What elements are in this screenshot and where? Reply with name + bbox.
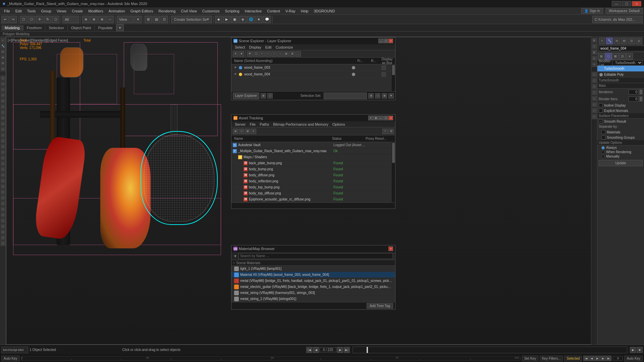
at-row-maps[interactable]: 📁 Maps / Shaders xyxy=(231,154,395,160)
menu-rendering[interactable]: Rendering xyxy=(156,8,178,14)
left-icon-display[interactable]: D xyxy=(0,60,6,66)
at-menu-bitmap[interactable]: Bitmap Performance and Memory xyxy=(271,122,330,127)
mirror-btn[interactable]: ↔ xyxy=(106,16,114,23)
tab-more[interactable]: ▾ xyxy=(116,24,124,32)
se-btn-layer[interactable]: ⬡ xyxy=(253,51,259,57)
bn-next[interactable]: ▶ xyxy=(600,356,606,361)
mp-object-name-input[interactable] xyxy=(599,46,644,51)
mp-materials-checkbox[interactable] xyxy=(601,130,605,134)
select-btn[interactable]: ⬡ xyxy=(20,16,27,23)
auto-key-right-btn[interactable]: Auto Key xyxy=(624,356,643,361)
environment-btn[interactable]: 🌐 xyxy=(247,16,255,23)
left-icon-22[interactable]: ⬡ xyxy=(0,195,6,200)
frame-range-display[interactable]: 0 / 225 xyxy=(320,347,336,352)
left-icon-14[interactable]: ⬡ xyxy=(0,149,6,155)
mb-row-metal-string[interactable]: metal_string (VRayMtl) [harmony001, stri… xyxy=(231,290,395,296)
at-row-img6[interactable]: 🖼 body_top_diffuse.png Found xyxy=(231,190,395,196)
tab-populate[interactable]: Populate xyxy=(95,25,116,31)
at-toolbar-btn4[interactable]: ≡ xyxy=(251,129,256,134)
bn-play[interactable]: ▶ xyxy=(595,356,600,361)
menu-scripting[interactable]: Scripting xyxy=(222,8,242,14)
left-icon-21[interactable]: ⬡ xyxy=(0,189,6,195)
at-toolbar-btn1[interactable]: ⊞ xyxy=(233,129,238,134)
mb-row-material0[interactable]: Material #0 (VRayMtl) [wood_frame_003, w… xyxy=(231,272,395,278)
se-row-wood003[interactable]: 👁 wood_frame_003 xyxy=(231,64,395,71)
at-menu-paths[interactable]: Paths xyxy=(258,122,271,127)
left-icon-24[interactable]: ⬡ xyxy=(0,206,6,212)
left-icon-23[interactable]: ⬡ xyxy=(0,201,6,206)
mp-mod-icon-3[interactable]: ⊠ xyxy=(612,53,619,60)
tab-modeling[interactable]: Modeling xyxy=(1,25,23,31)
se-menu-display[interactable]: Display xyxy=(247,45,263,50)
left-icon-25[interactable]: ⬡ xyxy=(0,212,6,218)
render-message-btn[interactable]: 💬 xyxy=(263,16,271,23)
left-icon-utilities[interactable]: U xyxy=(0,66,6,71)
mp-explicit-checkbox[interactable] xyxy=(599,109,603,113)
r-icon-8[interactable]: ⬡ xyxy=(592,84,597,89)
at-settings-btn[interactable]: ⚙ xyxy=(373,116,378,120)
undo-btn[interactable]: ↩ xyxy=(1,16,9,23)
mp-iterations-input[interactable] xyxy=(629,89,639,95)
menu-help[interactable]: Help xyxy=(298,8,311,14)
mb-add-time-tag-btn[interactable]: Add Time Tag xyxy=(367,303,393,309)
se-btn-expand[interactable]: ⊞ xyxy=(283,51,289,57)
mb-row-light1[interactable]: light_1 (VRayMtl) [lamp001] xyxy=(231,266,395,272)
viewport[interactable]: [+][Perspective][Standard][Edged Faces] … xyxy=(6,37,644,345)
frame-next-btn[interactable]: ▶ xyxy=(337,347,343,353)
mp-tab-utility[interactable]: U xyxy=(636,38,642,44)
key-filters-btn[interactable]: Key Filters... xyxy=(540,356,563,361)
set-key-btn[interactable]: Set Key xyxy=(522,356,538,361)
mp-tab-display[interactable]: D xyxy=(628,38,635,44)
se-btn-down[interactable]: ↓ xyxy=(277,51,283,57)
at-row-img2[interactable]: 🖼 body_bump.png Found xyxy=(231,166,395,172)
left-icon-8[interactable]: ⬡ xyxy=(0,115,6,121)
mp-renderiters-input[interactable] xyxy=(629,97,639,102)
at-scrollbar[interactable] xyxy=(392,142,395,202)
r-icon-4[interactable]: ⊡ xyxy=(592,56,597,61)
at-toolbar-settings[interactable]: ⚙ xyxy=(388,129,394,134)
at-row-img4[interactable]: 🖼 body_reflection.png Found xyxy=(231,178,395,184)
left-icon-26[interactable]: ⬡ xyxy=(0,218,6,223)
maximize-btn[interactable]: ☐ xyxy=(622,1,631,6)
mp-mod-icon-2[interactable]: ⬡ xyxy=(605,53,612,60)
frame-prev-btn[interactable]: ◀ xyxy=(313,347,319,353)
r-icon-2[interactable]: ⬡ xyxy=(592,44,597,49)
se-footer-btn1[interactable]: ⊞ xyxy=(261,93,266,99)
se-btn-more[interactable]: … xyxy=(296,51,301,57)
r-icon-12[interactable]: ⬡ xyxy=(592,108,597,113)
move-btn[interactable]: ✛ xyxy=(36,16,43,23)
left-icon-10[interactable]: ⬡ xyxy=(0,127,6,132)
left-icon-28[interactable]: ⬡ xyxy=(0,229,6,235)
workspaces-button[interactable]: Workspaces: Default xyxy=(606,8,643,14)
play-btn[interactable]: ▶ xyxy=(630,347,636,353)
bn-last[interactable]: ▶| xyxy=(606,356,611,361)
mp-when-rendering-radio[interactable] xyxy=(601,150,605,154)
render-frame-btn[interactable]: ▣ xyxy=(231,16,238,23)
mp-iter-down[interactable]: ▼ xyxy=(639,92,643,95)
r-icon-10[interactable]: ⬡ xyxy=(592,96,597,101)
mp-modifier-dropdown[interactable]: TurboSmooth Editable Poly xyxy=(612,60,643,66)
render-btn[interactable]: ▶ xyxy=(223,16,230,23)
se-btn-settings[interactable]: ⚙ xyxy=(289,51,295,57)
mb-search-input[interactable] xyxy=(238,253,393,259)
at-toolbar-btn3[interactable]: ⊠ xyxy=(245,129,250,134)
bn-prev[interactable]: ◀ xyxy=(589,356,594,361)
left-icon-11[interactable]: ⬡ xyxy=(0,132,6,138)
frame-number-display[interactable]: 0 xyxy=(613,356,623,361)
r-icon-1[interactable]: ⊞ xyxy=(592,38,597,43)
se-btn-filter[interactable]: ▼ xyxy=(239,51,244,57)
r-icon-5[interactable]: ≡ xyxy=(592,62,597,67)
material-browser-titlebar[interactable]: MB Material/Map Browser ✕ xyxy=(231,245,395,252)
tab-selection[interactable]: Selection xyxy=(45,25,67,31)
mp-tab-hierarchy[interactable]: H xyxy=(613,38,620,44)
mp-update-button[interactable]: Update xyxy=(599,160,643,166)
menu-3dground[interactable]: 3DGROUND xyxy=(311,8,337,14)
view-dropdown[interactable]: ▾ xyxy=(134,16,142,23)
at-row-img1[interactable]: 🖼 back_plate_bump.png Found xyxy=(231,160,395,166)
sign-in-button[interactable]: 👤 Sign In xyxy=(581,8,603,14)
mp-riter-down[interactable]: ▼ xyxy=(639,99,643,102)
left-icon-19[interactable]: ⬡ xyxy=(0,178,6,183)
menu-modifiers[interactable]: Modifiers xyxy=(86,8,106,14)
at-row-img5[interactable]: 🖼 body_top_bump.png Found xyxy=(231,184,395,190)
menu-interactive[interactable]: Interactive xyxy=(242,8,265,14)
